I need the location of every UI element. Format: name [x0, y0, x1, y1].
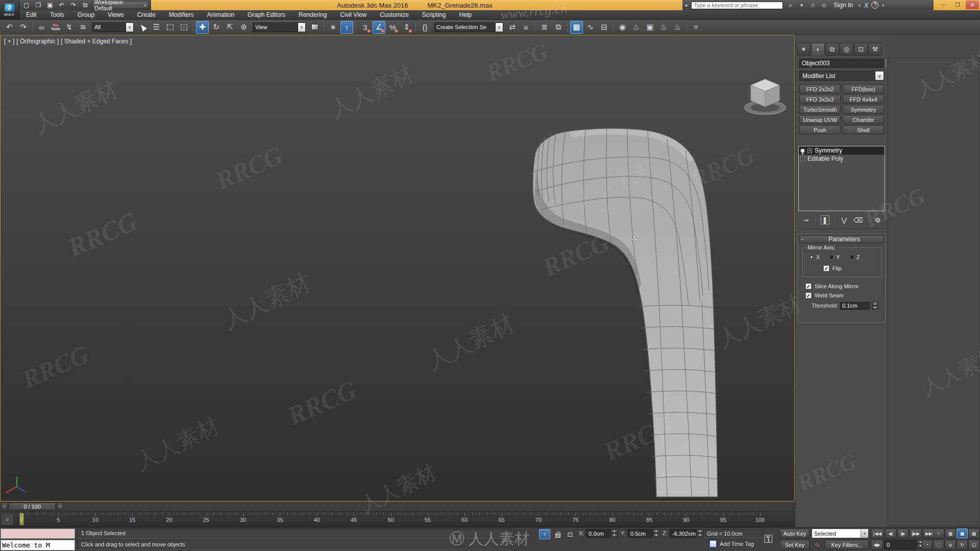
- menu-civil-view[interactable]: Civil View: [333, 10, 373, 20]
- select-and-scale-icon[interactable]: ⇱: [224, 21, 236, 34]
- redo-icon[interactable]: ↷: [68, 1, 79, 9]
- time-slider-handle[interactable]: 0 / 100: [9, 503, 56, 510]
- menu-group[interactable]: Group: [71, 10, 101, 20]
- maximize-button[interactable]: ❐: [951, 1, 964, 9]
- menu-create[interactable]: Create: [131, 10, 162, 20]
- make-unique-icon[interactable]: ⋁: [840, 215, 849, 224]
- curve-editor-icon[interactable]: ∿: [584, 21, 597, 34]
- set-key-button[interactable]: Set Key: [780, 540, 810, 549]
- mirror-icon[interactable]: ⇄: [506, 21, 519, 34]
- expand-icon[interactable]: +: [807, 148, 812, 153]
- schematic-view-icon[interactable]: ⊟: [598, 21, 610, 34]
- mirror-axis-radio-z[interactable]: Z: [849, 254, 860, 260]
- modifier-button-turbosmooth[interactable]: TurboSmooth: [799, 105, 841, 114]
- new-scene-icon[interactable]: ▢: [21, 1, 32, 9]
- zoom-extents-icon[interactable]: ▣: [957, 529, 968, 538]
- align-icon[interactable]: ≡: [520, 21, 532, 34]
- sign-in-button[interactable]: Sign In: [832, 2, 855, 9]
- help-caret-icon[interactable]: ∨: [881, 3, 885, 8]
- undo-icon[interactable]: ↶: [57, 1, 67, 9]
- help-icon[interactable]: ?: [871, 2, 878, 9]
- modifier-button-shell[interactable]: Shell: [843, 126, 884, 134]
- tab-create[interactable]: ✶: [797, 43, 811, 56]
- time-configuration-icon[interactable]: ◔: [921, 540, 933, 549]
- tab-display[interactable]: ⊡: [854, 43, 868, 56]
- select-and-place-icon[interactable]: ⊕: [237, 21, 250, 34]
- play-icon[interactable]: |▶: [897, 529, 909, 538]
- pin-stack-icon[interactable]: ⊸: [801, 215, 810, 224]
- menu-edit[interactable]: Edit: [19, 10, 43, 20]
- tab-hierarchy[interactable]: ⧉: [825, 43, 839, 56]
- select-and-manipulate-icon[interactable]: ∗: [327, 21, 339, 34]
- undo-icon[interactable]: ↶: [3, 21, 16, 34]
- select-and-move-icon[interactable]: ✚: [196, 21, 209, 34]
- key-mode-toggle-icon[interactable]: ◀▶: [871, 540, 883, 549]
- spinner-snap-icon[interactable]: ⇕: [400, 21, 413, 34]
- mirror-axis-radio-x[interactable]: X: [809, 254, 820, 260]
- sign-in-caret-icon[interactable]: ∨: [858, 3, 861, 8]
- zoom-extents-all-icon[interactable]: ▩: [968, 529, 979, 538]
- minimize-button[interactable]: ─: [937, 1, 949, 9]
- slice-along-mirror-checkbox[interactable]: ✓ Slice Along Mirror: [805, 283, 859, 289]
- selection-lock-toggle[interactable]: [552, 529, 564, 539]
- current-frame-field[interactable]: 0: [884, 540, 917, 549]
- named-selection-sets-icon[interactable]: {}: [419, 21, 431, 34]
- go-to-start-icon[interactable]: |◀◀: [871, 529, 884, 538]
- auto-key-button[interactable]: Auto Key: [780, 529, 810, 538]
- weld-seam-checkbox[interactable]: ✓ Weld Seam: [805, 292, 844, 298]
- modifier-onoff-bulb-icon[interactable]: [800, 148, 805, 153]
- open-file-icon[interactable]: ❒: [33, 1, 43, 9]
- modifier-list-dropdown[interactable]: Modifier List ∨: [799, 71, 884, 81]
- z-coordinate-field[interactable]: -6.302cm: [670, 529, 696, 538]
- application-menu-button[interactable]: 3 MAX: [0, 0, 19, 20]
- modifier-button-symmetry[interactable]: Symmetry: [843, 105, 884, 114]
- modifier-button-chamfer[interactable]: Chamfer: [843, 115, 884, 124]
- project-folder-icon[interactable]: ⧉: [80, 1, 90, 9]
- viewport-shading-label[interactable]: [ Shaded + Edged Faces ]: [61, 38, 132, 45]
- viewport-menu-plus[interactable]: [ + ]: [4, 38, 14, 45]
- selection-set-combo[interactable]: Create Selection Se∨: [434, 22, 503, 32]
- snap-toggle-3d-icon[interactable]: 3: [359, 21, 372, 34]
- scene-explorer-icon[interactable]: ▦: [570, 21, 583, 34]
- orbit-icon[interactable]: ↻: [957, 540, 968, 549]
- default-tangent-icon[interactable]: ∿: [812, 540, 823, 549]
- previous-frame-button[interactable]: <: [1, 503, 8, 510]
- pivot-center-icon[interactable]: ↑: [340, 21, 353, 34]
- remove-modifier-icon[interactable]: ⌫: [853, 215, 863, 224]
- user-icon[interactable]: ☺: [820, 2, 829, 9]
- stack-item-symmetry[interactable]: +Symmetry: [799, 146, 885, 155]
- tab-utilities[interactable]: ⚒: [868, 43, 882, 56]
- redo-icon[interactable]: ↷: [17, 21, 30, 34]
- y-spinner[interactable]: ▲▼: [653, 529, 659, 537]
- select-and-rotate-icon[interactable]: ↻: [210, 21, 223, 34]
- menu-graph-editors[interactable]: Graph Editors: [241, 10, 292, 20]
- percent-snap-icon[interactable]: %: [386, 21, 399, 34]
- x-spinner[interactable]: ▲▼: [611, 529, 618, 537]
- modifier-button-ffd-3x3x3[interactable]: FFD 3x3x3: [799, 95, 841, 104]
- selection-filter-combo[interactable]: All∨: [92, 22, 134, 32]
- render-iterative-icon[interactable]: ♨: [671, 21, 684, 34]
- mini-curve-editor-icon[interactable]: ⌸: [2, 514, 13, 524]
- communication-center-icon[interactable]: ⌖: [797, 2, 806, 9]
- absolute-offset-toggle[interactable]: ⊡: [565, 529, 576, 539]
- threshold-spinner[interactable]: ▲▼: [872, 302, 878, 310]
- select-object-icon[interactable]: [136, 21, 149, 34]
- next-frame-icon[interactable]: |▶▶: [910, 529, 922, 538]
- track-bar[interactable]: ⌸ 05101520253035404550556065707580859095…: [0, 512, 795, 527]
- viewport-view-label[interactable]: [ Orthographic ]: [16, 38, 59, 45]
- isolate-selection-toggle[interactable]: ♀: [539, 529, 550, 539]
- window-crossing-icon[interactable]: ▪: [178, 21, 190, 34]
- menu-modifiers[interactable]: Modifiers: [162, 10, 201, 20]
- layer-manager-icon[interactable]: ≣: [538, 21, 551, 34]
- object-name-field[interactable]: [799, 59, 884, 68]
- graphite-ribbon-icon[interactable]: ⧉: [552, 21, 565, 34]
- x-coordinate-field[interactable]: 0.0cm: [586, 529, 610, 538]
- close-button[interactable]: ✕: [966, 1, 979, 9]
- region-zoom-icon[interactable]: ⬚: [933, 540, 944, 549]
- expand-icon[interactable]: +: [800, 157, 805, 161]
- reference-coordinate-combo[interactable]: View∨: [253, 22, 306, 32]
- search-arrow-icon[interactable]: ▸: [685, 3, 688, 8]
- z-spinner[interactable]: ▲▼: [697, 529, 703, 537]
- zoom-icon[interactable]: ⌕: [933, 529, 944, 538]
- key-selection-dropdown[interactable]: Selected ∨: [812, 529, 869, 538]
